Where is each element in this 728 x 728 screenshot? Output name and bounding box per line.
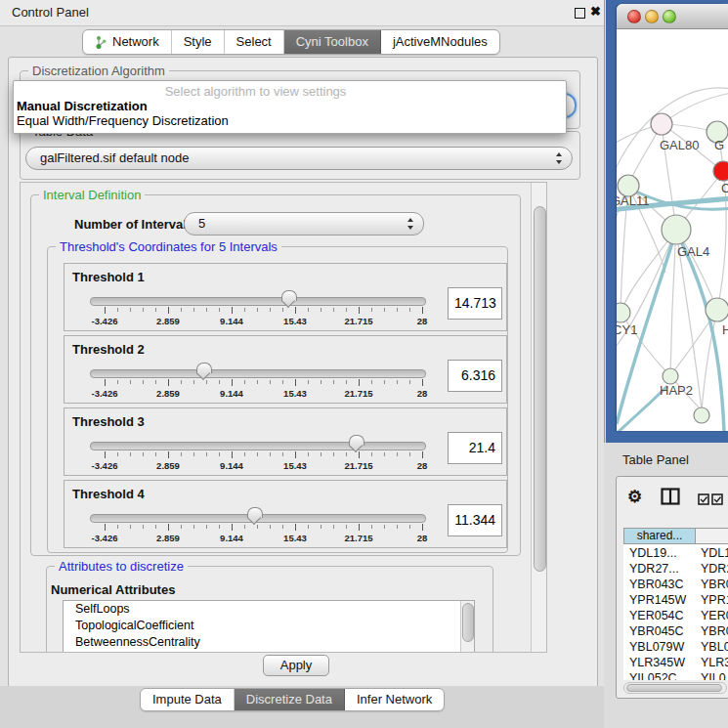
close-traffic-light-icon[interactable] xyxy=(627,10,641,23)
threshold-1-value-field[interactable]: 14.713 xyxy=(448,287,502,320)
tab-network[interactable]: Network xyxy=(83,30,172,54)
slider-thumb[interactable] xyxy=(281,290,297,301)
tick-label: 28 xyxy=(417,316,428,326)
combo-arrows-icon xyxy=(556,152,563,164)
table-row[interactable]: YDL19...YDL1 xyxy=(623,545,728,561)
network-node-label: HAP2 xyxy=(660,383,693,398)
threshold-2-slider[interactable]: -3.4262.8599.14415.4321.71528 xyxy=(90,364,426,399)
tick-label: 2.859 xyxy=(156,316,180,326)
algorithm-popup: Select algorithm to view settings Manual… xyxy=(13,80,567,134)
discretization-algorithm-title: Discretization Algorithm xyxy=(28,64,169,78)
tab-discretize-data[interactable]: Discretize Data xyxy=(235,689,345,710)
tick-label: 15.43 xyxy=(283,533,307,543)
attributes-group: Attributes to discretize Numerical Attri… xyxy=(46,566,493,653)
gear-icon[interactable]: ⚙ xyxy=(627,487,642,507)
slider-thumb[interactable] xyxy=(196,363,212,373)
table-row[interactable]: YPR145WYPR1 xyxy=(623,592,728,608)
threshold-3-value-field[interactable]: 21.4 xyxy=(448,432,502,464)
popup-option-manual-discretization[interactable]: Manual Discretization xyxy=(17,99,148,113)
tick-label: -3.426 xyxy=(92,388,118,399)
table-data-combobox[interactable]: galFiltered.sif default node xyxy=(25,147,573,170)
network-node-label: C xyxy=(721,181,728,195)
table-panel: Table Panel ⚙ shared... na YDL19...YDL1 xyxy=(604,443,728,728)
network-node[interactable] xyxy=(706,298,728,321)
numerical-attributes-heading: Numerical Attributes xyxy=(51,582,175,597)
tab-cyni-toolbox[interactable]: Cyni Toolbox xyxy=(284,30,381,54)
zoom-traffic-light-icon[interactable] xyxy=(663,10,676,23)
table-panel-title: Table Panel xyxy=(622,452,689,467)
table-row[interactable]: YIL052CYIL0 xyxy=(623,670,728,680)
list-item[interactable]: TopologicalCoefficient xyxy=(64,618,474,634)
apply-button[interactable]: Apply xyxy=(263,655,329,676)
tick-label: 28 xyxy=(417,533,428,543)
threshold-2-value-field[interactable]: 6.316 xyxy=(448,360,502,392)
tick-label: 21.715 xyxy=(344,388,372,399)
slider-thumb[interactable] xyxy=(349,435,364,446)
scrollbar-thumb[interactable] xyxy=(626,684,722,692)
network-node[interactable] xyxy=(617,303,630,322)
numerical-attributes-list[interactable]: SelfLoops TopologicalCoefficient Between… xyxy=(63,600,475,653)
tick-label: 28 xyxy=(417,388,428,399)
popup-option-equal-width-frequency[interactable]: Equal Width/Frequency Discretization xyxy=(17,113,229,128)
list-item[interactable]: SelfLoops xyxy=(64,601,474,618)
table-row[interactable]: YLR345WYLR3 xyxy=(623,655,728,670)
list-item[interactable]: BetweennessCentrality xyxy=(64,634,474,651)
table-row[interactable]: YER054CYER0 xyxy=(623,608,728,623)
node-table: shared... na YDL19...YDL1 YDR27...YDR2 Y… xyxy=(623,528,728,680)
attributes-scrollbar[interactable] xyxy=(460,601,474,653)
table-row[interactable]: YBR043CYBR0 xyxy=(623,577,728,592)
tab-impute-data[interactable]: Impute Data xyxy=(141,689,235,710)
threshold-4-box: Threshold 4 -3.4262.8599.14415.4321.7152… xyxy=(64,480,507,548)
tab-jactivemnodules[interactable]: jActiveMNodules xyxy=(381,30,499,54)
tick-label: 9.144 xyxy=(220,388,243,399)
table-row[interactable]: YBL079WYBL0 xyxy=(623,639,728,655)
table-hscrollbar[interactable] xyxy=(623,682,727,694)
settings-scrollbar[interactable] xyxy=(531,183,546,652)
minimize-traffic-light-icon[interactable] xyxy=(645,10,659,23)
checkbox-icon[interactable] xyxy=(698,493,710,505)
close-icon[interactable]: ✖ xyxy=(590,4,601,19)
tick-label: 2.859 xyxy=(156,388,180,399)
column-header-shared[interactable]: shared... xyxy=(623,528,696,544)
threshold-3-slider[interactable]: -3.4262.8599.14415.4321.71528 xyxy=(90,436,426,471)
tab-infer-network[interactable]: Infer Network xyxy=(345,689,444,710)
checkbox-icon[interactable] xyxy=(711,493,724,505)
network-node[interactable] xyxy=(663,368,678,384)
network-node[interactable] xyxy=(713,161,728,181)
tab-style[interactable]: Style xyxy=(172,30,225,54)
tab-select[interactable]: Select xyxy=(225,30,284,54)
scrollbar-thumb[interactable] xyxy=(462,603,474,642)
spinner-arrows-icon xyxy=(407,218,414,230)
scrollbar-thumb[interactable] xyxy=(534,206,546,572)
network-window-titlebar xyxy=(617,4,728,29)
network-node[interactable] xyxy=(694,407,709,423)
interval-definition-title: Interval Definition xyxy=(39,188,145,202)
threshold-2-label: Threshold 2 xyxy=(72,342,145,357)
threshold-1-box: Threshold 1 -3.4262.8599.14415.4321.7152… xyxy=(64,263,507,331)
threshold-coordinates-group: Threshold's Coordinates for 5 Intervals … xyxy=(47,246,508,553)
table-window: ⚙ shared... na YDL19...YDL1 YDR27...YDR2… xyxy=(616,476,728,699)
split-table-icon[interactable] xyxy=(661,488,680,505)
network-node[interactable] xyxy=(651,113,672,135)
tick-label: 21.715 xyxy=(344,316,372,326)
table-row[interactable]: YDR27...YDR2 xyxy=(623,561,728,577)
float-icon[interactable] xyxy=(575,8,585,19)
threshold-1-slider[interactable]: -3.4262.8599.14415.4321.71528 xyxy=(90,291,426,326)
table-row[interactable]: YBR045CYBR0 xyxy=(623,623,728,639)
network-view-frame: GAL80GCGAL11GAL4GCY1HHAP2 xyxy=(606,0,728,443)
network-node-label: GAL80 xyxy=(660,138,699,152)
tick-label: -3.426 xyxy=(92,533,118,543)
screenshot-root: Control Panel ✖ Network Style Select C xyxy=(0,0,728,728)
threshold-3-box: Threshold 3 -3.4262.8599.14415.4321.7152… xyxy=(64,407,507,476)
network-node[interactable] xyxy=(662,215,691,244)
number-of-intervals-spinner[interactable]: 5 xyxy=(184,212,424,236)
network-node-label: G xyxy=(714,138,724,152)
top-tab-bar: Network Style Select Cyni Toolbox jActiv… xyxy=(82,29,500,55)
network-svg[interactable]: GAL80GCGAL11GAL4GCY1HHAP2 xyxy=(617,28,728,431)
column-header-name[interactable]: na xyxy=(695,528,728,544)
threshold-4-value-field[interactable]: 11.344 xyxy=(448,504,502,536)
threshold-4-slider[interactable]: -3.4262.8599.14415.4321.71528 xyxy=(90,508,426,543)
slider-thumb[interactable] xyxy=(247,507,263,518)
tick-label: 15.43 xyxy=(283,316,307,326)
control-panel: Control Panel ✖ Network Style Select C xyxy=(0,0,605,728)
